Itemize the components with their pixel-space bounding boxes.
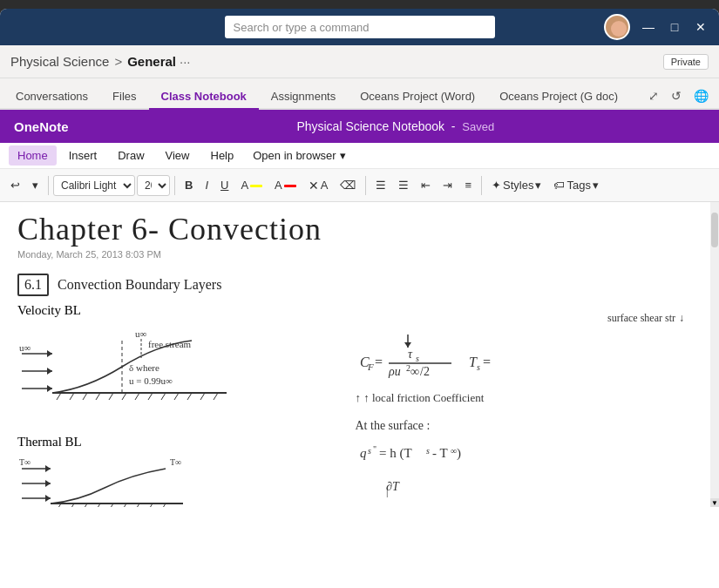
tab-oceans-word[interactable]: Oceans Project (Word) (348, 84, 487, 110)
styles-button[interactable]: ✦ Styles ▾ (486, 176, 546, 194)
tab-assignments[interactable]: Assignments (259, 84, 348, 110)
cf-formula: C F = τ s ρu 2 ∞ /2 T (356, 330, 685, 386)
close-button[interactable]: ✕ (693, 20, 709, 34)
number-list-button[interactable]: ☰ (393, 176, 414, 194)
thermal-diagram-svg: T∞ (17, 453, 227, 507)
toolbar-separator-1 (48, 176, 49, 195)
italic-button[interactable]: I (200, 176, 214, 194)
svg-text:τ: τ (408, 348, 413, 361)
derivative-label: ∂T | (356, 471, 685, 501)
scrollbar[interactable]: ▼ (710, 202, 719, 507)
breadcrumb-dots[interactable]: ··· (180, 54, 191, 69)
menu-insert[interactable]: Insert (60, 145, 106, 166)
undo-button[interactable]: ↩ (5, 176, 25, 194)
tab-oceans-gdoc[interactable]: Oceans Project (G doc) (487, 84, 630, 110)
svg-text:= h (T: = h (T (379, 446, 412, 461)
clear-formatting-button[interactable]: ✕ A (303, 176, 334, 195)
onenote-saved: Saved (462, 120, 494, 133)
svg-text:u∞: u∞ (135, 328, 147, 339)
breadcrumb: Physical Science > General ··· (10, 54, 663, 69)
svg-text:=: = (483, 355, 491, 369)
menu-help[interactable]: Help (202, 145, 243, 166)
svg-text:∞: ∞ (410, 365, 419, 378)
tab-conversations[interactable]: Conversations (3, 84, 100, 110)
svg-line-13 (122, 393, 126, 400)
svg-text:s: s (368, 446, 371, 456)
private-badge: Private (663, 54, 709, 70)
font-size-select[interactable]: 20 (137, 175, 170, 196)
align-button[interactable]: ≡ (459, 176, 477, 194)
content-area: ▼ Chapter 6- Convection Monday, March 25… (0, 202, 719, 507)
svg-marker-32 (45, 495, 51, 502)
menu-open-in-browser[interactable]: Open in browser ▾ (253, 149, 345, 162)
cf-formula-svg: C F = τ s ρu 2 ∞ /2 T (356, 330, 547, 382)
svg-text:u∞: u∞ (19, 342, 31, 353)
svg-line-11 (96, 393, 100, 400)
menu-draw[interactable]: Draw (109, 145, 153, 166)
onenote-doc-title: Physical Science Notebook - Saved (86, 119, 705, 133)
tab-bar: Conversations Files Class Notebook Assig… (0, 78, 719, 110)
onenote-titlebar: OneNote Physical Science Notebook - Save… (0, 110, 719, 143)
svg-marker-1 (47, 350, 52, 357)
font-color-button[interactable]: A (269, 176, 302, 194)
globe-icon[interactable]: 🌐 (694, 89, 709, 103)
expand-icon[interactable]: ⤢ (648, 89, 659, 103)
svg-text:T∞: T∞ (19, 457, 31, 467)
menu-home[interactable]: Home (9, 145, 57, 166)
menu-view[interactable]: View (157, 145, 199, 166)
right-column: surface shear str ↓ C F = (356, 303, 685, 507)
svg-text:- T: - T (432, 446, 448, 460)
svg-text:|: | (386, 486, 388, 497)
svg-text:s: s (416, 354, 419, 363)
indent-decrease-button[interactable]: ⇤ (416, 176, 436, 194)
svg-text:δ where: δ where (129, 362, 159, 373)
thermal-bl-label: Thermal BL (17, 435, 347, 449)
minimize-button[interactable]: — (641, 20, 656, 34)
dropdown-chevron-icon: ▾ (340, 149, 346, 162)
erase-button[interactable]: ⌫ (335, 176, 361, 194)
search-box[interactable]: Search or type a command (225, 16, 495, 38)
scrollbar-thumb[interactable] (711, 213, 718, 247)
tab-bar-actions: ⤢ ↺ 🌐 (648, 89, 719, 108)
svg-line-8 (57, 393, 61, 400)
toolbar-separator-3 (365, 176, 366, 195)
svg-line-20 (214, 393, 218, 400)
page-title: Chapter 6- Convection (17, 211, 702, 247)
search-placeholder: Search or type a command (234, 21, 370, 34)
tags-button[interactable]: 🏷 Tags ▾ (548, 176, 603, 194)
maximize-button[interactable]: □ (667, 20, 682, 34)
derivative-svg: ∂T | (382, 471, 451, 497)
breadcrumb-current[interactable]: General (127, 54, 176, 69)
tab-files[interactable]: Files (100, 84, 148, 110)
svg-text:ρu: ρu (388, 365, 401, 378)
font-family-select[interactable]: Calibri Light (53, 175, 135, 196)
styles-chevron-icon: ▾ (535, 179, 541, 192)
indent-increase-button[interactable]: ⇥ (438, 176, 458, 194)
title-bar-controls: — □ ✕ (604, 14, 709, 40)
highlight-color-button[interactable]: A (235, 176, 268, 194)
svg-text:s: s (477, 362, 480, 372)
thermal-equation: q s " = h (T s - T ∞ ) (356, 438, 685, 468)
breadcrumb-section[interactable]: Physical Science (10, 54, 109, 69)
font-size-down-button[interactable]: ▾ (27, 176, 44, 194)
underline-button[interactable]: U (215, 176, 234, 194)
page-date: Monday, March 25, 2013 8:03 PM (17, 249, 702, 260)
nav-bar: Physical Science > General ··· Private (0, 45, 719, 78)
section-header: 6.1 Convection Boundary Layers (17, 274, 702, 296)
tab-class-notebook[interactable]: Class Notebook (149, 84, 259, 110)
svg-text:q: q (360, 446, 367, 460)
tags-chevron-icon: ▾ (593, 179, 599, 192)
toolbar-separator-4 (481, 176, 482, 195)
format-toolbar: ↩ ▾ Calibri Light 20 B I U A A ✕ A ⌫ ☰ ☰ (0, 169, 719, 202)
svg-text:s: s (426, 446, 430, 456)
bold-button[interactable]: B (180, 176, 198, 194)
refresh-icon[interactable]: ↺ (671, 89, 682, 103)
bullet-list-button[interactable]: ☰ (370, 176, 391, 194)
avatar[interactable] (604, 14, 630, 40)
left-column: Velocity BL u∞ (17, 303, 347, 507)
svg-line-18 (187, 393, 192, 400)
svg-text:T∞: T∞ (170, 457, 181, 467)
scrollbar-down-icon[interactable]: ▼ (710, 498, 719, 507)
svg-marker-28 (45, 465, 51, 472)
tags-icon: 🏷 (553, 179, 565, 192)
